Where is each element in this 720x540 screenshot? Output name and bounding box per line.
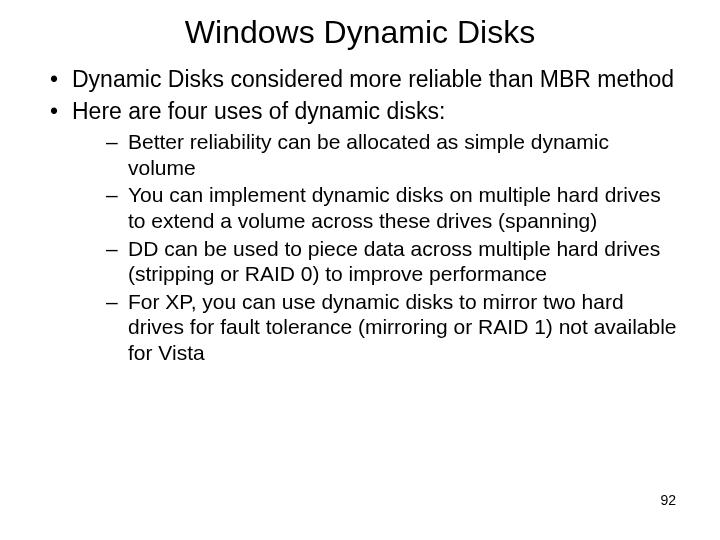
sub-bullet-item: Better reliability can be allocated as s… <box>106 129 680 180</box>
bullet-item: Here are four uses of dynamic disks: Bet… <box>46 97 680 366</box>
sub-bullet-text: DD can be used to piece data across mult… <box>128 237 660 286</box>
sub-bullet-text: Better reliability can be allocated as s… <box>128 130 609 179</box>
bullet-text: Dynamic Disks considered more reliable t… <box>72 66 674 92</box>
page-number: 92 <box>660 492 676 508</box>
sub-bullet-item: For XP, you can use dynamic disks to mir… <box>106 289 680 366</box>
bullet-text: Here are four uses of dynamic disks: <box>72 98 445 124</box>
slide-title: Windows Dynamic Disks <box>40 14 680 51</box>
slide: Windows Dynamic Disks Dynamic Disks cons… <box>0 0 720 540</box>
sub-bullet-text: For XP, you can use dynamic disks to mir… <box>128 290 677 364</box>
sub-bullet-item: You can implement dynamic disks on multi… <box>106 182 680 233</box>
sub-bullet-text: You can implement dynamic disks on multi… <box>128 183 661 232</box>
sub-bullet-list: Better reliability can be allocated as s… <box>106 129 680 365</box>
main-bullet-list: Dynamic Disks considered more reliable t… <box>46 65 680 366</box>
sub-bullet-item: DD can be used to piece data across mult… <box>106 236 680 287</box>
bullet-item: Dynamic Disks considered more reliable t… <box>46 65 680 93</box>
